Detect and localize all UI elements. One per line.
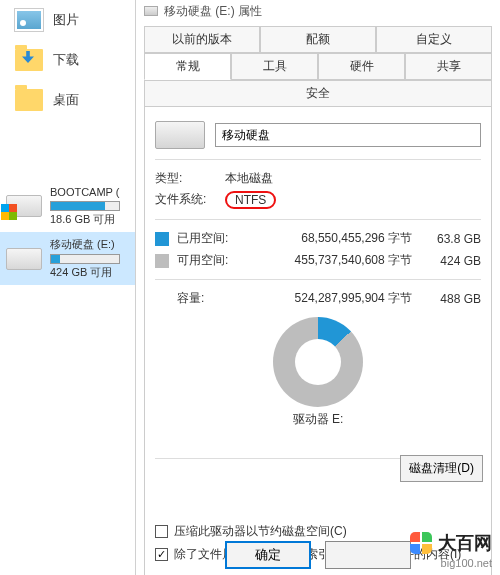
nav-downloads[interactable]: 下载 (0, 40, 135, 80)
tab-hardware[interactable]: 硬件 (318, 53, 405, 80)
type-label: 类型: (155, 170, 225, 187)
used-label: 已用空间: (177, 230, 233, 247)
nav-label: 图片 (53, 11, 79, 29)
used-color-icon (155, 232, 169, 246)
downloads-icon (15, 49, 43, 71)
drive-name: 移动硬盘 (E:) (50, 238, 120, 251)
explorer-sidebar: 图片 下载 桌面 BOOTCAMP ( 18.6 GB 可用 移动硬盘 (E:)… (0, 0, 135, 575)
capacity-gb: 488 GB (426, 292, 481, 306)
drive-free: 18.6 GB 可用 (50, 213, 120, 226)
secondary-button[interactable] (325, 541, 411, 569)
ok-button[interactable]: 确定 (225, 541, 311, 569)
compress-label: 压缩此驱动器以节约磁盘空间(C) (174, 523, 347, 540)
used-bytes: 68,550,455,296 字节 (241, 230, 418, 247)
drive-icon (6, 248, 42, 270)
watermark-text: 大百网 (438, 531, 492, 555)
drive-letter-label: 驱动器 E: (155, 411, 481, 428)
drive-info: BOOTCAMP ( 18.6 GB 可用 (50, 186, 120, 226)
checkbox-icon[interactable] (155, 525, 168, 538)
tab-security[interactable]: 安全 (144, 80, 492, 107)
drive-info: 移动硬盘 (E:) 424 GB 可用 (50, 238, 120, 278)
desktop-icon (15, 89, 43, 111)
nav-label: 桌面 (53, 91, 79, 109)
free-gb: 424 GB (426, 254, 481, 268)
nav-label: 下载 (53, 51, 79, 69)
drive-name-input[interactable] (215, 123, 481, 147)
tab-strip: 以前的版本 配额 自定义 常规 工具 硬件 共享 安全 (144, 26, 492, 107)
watermark-logo-icon (410, 532, 432, 554)
free-bytes: 455,737,540,608 字节 (241, 252, 418, 269)
used-gb: 63.8 GB (426, 232, 481, 246)
type-value: 本地磁盘 (225, 170, 273, 187)
capacity-label: 容量: (177, 290, 233, 307)
drive-name: BOOTCAMP ( (50, 186, 120, 199)
watermark: 大百网 (410, 531, 492, 555)
capacity-bytes: 524,287,995,904 字节 (241, 290, 418, 307)
drive-large-icon (155, 121, 205, 149)
free-label: 可用空间: (177, 252, 233, 269)
tab-general[interactable]: 常规 (144, 53, 231, 80)
drive-item-removable[interactable]: 移动硬盘 (E:) 424 GB 可用 (0, 232, 135, 284)
dialog-title: 移动硬盘 (E:) 属性 (164, 3, 262, 20)
nav-desktop[interactable]: 桌面 (0, 80, 135, 120)
filesystem-value: NTFS (225, 191, 276, 209)
usage-donut-chart (273, 317, 363, 407)
drive-usage-bar (50, 201, 120, 211)
tab-sharing[interactable]: 共享 (405, 53, 492, 80)
tab-previous-versions[interactable]: 以前的版本 (144, 26, 260, 53)
filesystem-label: 文件系统: (155, 191, 225, 209)
drive-small-icon (144, 6, 158, 16)
drive-icon (6, 195, 42, 217)
drive-free: 424 GB 可用 (50, 266, 120, 279)
disk-cleanup-button[interactable]: 磁盘清理(D) (400, 455, 483, 482)
tab-customize[interactable]: 自定义 (376, 26, 492, 53)
pictures-icon (15, 9, 43, 31)
drive-usage-bar (50, 254, 120, 264)
nav-pictures[interactable]: 图片 (0, 0, 135, 40)
general-panel: 类型: 本地磁盘 文件系统: NTFS 已用空间: 68,550,455,296… (144, 107, 492, 575)
tab-quota[interactable]: 配额 (260, 26, 376, 53)
properties-dialog: 移动硬盘 (E:) 属性 以前的版本 配额 自定义 常规 工具 硬件 共享 安全… (135, 0, 500, 575)
tab-tools[interactable]: 工具 (231, 53, 318, 80)
drive-list: BOOTCAMP ( 18.6 GB 可用 移动硬盘 (E:) 424 GB 可… (0, 180, 135, 285)
watermark-url: big100.net (441, 557, 492, 569)
free-color-icon (155, 254, 169, 268)
drive-item-bootcamp[interactable]: BOOTCAMP ( 18.6 GB 可用 (0, 180, 135, 232)
dialog-titlebar: 移动硬盘 (E:) 属性 (136, 0, 500, 22)
